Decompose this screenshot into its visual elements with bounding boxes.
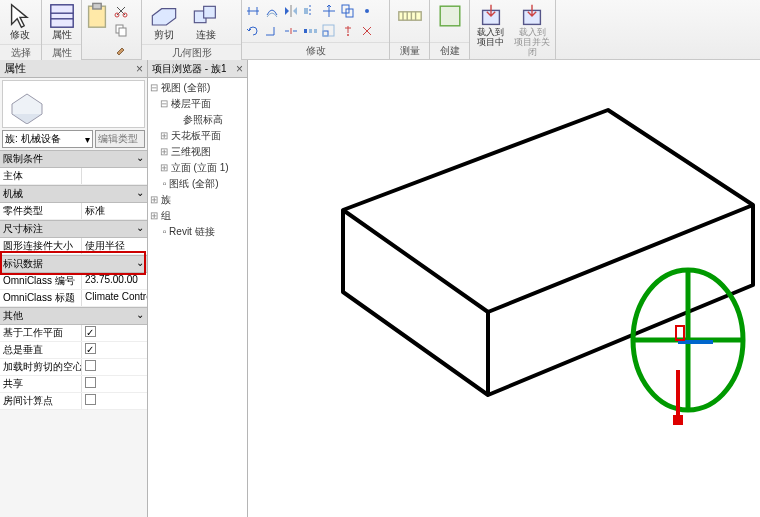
svg-rect-15 <box>304 29 307 33</box>
array-button[interactable] <box>301 22 319 40</box>
property-value[interactable] <box>82 359 147 375</box>
svg-rect-22 <box>440 6 460 26</box>
rotate-button[interactable] <box>244 22 262 40</box>
checkbox-icon[interactable] <box>85 377 96 388</box>
svg-rect-11 <box>304 8 308 14</box>
property-value[interactable]: ✓ <box>82 342 147 358</box>
property-row[interactable]: OmniClass 标题Climate Control ... <box>0 290 147 307</box>
property-row[interactable]: 总是垂直✓ <box>0 342 147 359</box>
property-row[interactable]: 基于工作平面✓ <box>0 325 147 342</box>
scale-button[interactable] <box>320 22 338 40</box>
join-geom-button[interactable]: 连接 <box>186 2 226 42</box>
property-row[interactable]: 房间计算点 <box>0 393 147 410</box>
property-value[interactable]: 使用半径 <box>82 238 147 254</box>
paste-button[interactable] <box>84 2 110 28</box>
svg-rect-21 <box>398 12 420 20</box>
tree-toggle-icon[interactable]: ⊞ <box>160 162 168 173</box>
checkbox-checked-icon[interactable]: ✓ <box>85 326 96 337</box>
property-value[interactable]: 标准 <box>82 203 147 219</box>
expand-icon[interactable]: ⌄ <box>136 309 144 323</box>
checkbox-checked-icon[interactable]: ✓ <box>85 343 96 354</box>
viewport[interactable] <box>248 60 760 517</box>
offset-button[interactable] <box>263 2 281 20</box>
property-value[interactable]: ✓ <box>82 325 147 341</box>
property-category[interactable]: 其他⌄ <box>0 307 147 325</box>
property-value[interactable] <box>82 168 147 184</box>
create-button[interactable] <box>432 2 467 28</box>
checkbox-icon[interactable] <box>85 360 96 371</box>
tree-branch[interactable]: ⊞ 三维视图 <box>150 144 245 160</box>
property-category[interactable]: 限制条件⌄ <box>0 150 147 168</box>
tree-toggle-icon[interactable]: ⊞ <box>150 194 158 205</box>
tree-branch[interactable]: ⊟ 楼层平面 <box>150 96 245 112</box>
tree-label: 天花板平面 <box>171 130 221 141</box>
mirror-icon <box>283 3 299 19</box>
tree-branch[interactable]: ⊞ 立面 (立面 1) <box>150 160 245 176</box>
tree-leaf[interactable]: ▫ 图纸 (全部) <box>150 176 245 192</box>
svg-rect-16 <box>309 29 312 33</box>
close-icon[interactable]: × <box>236 62 243 76</box>
expand-icon[interactable]: ⌄ <box>136 222 144 236</box>
property-value[interactable]: 23.75.00.00 <box>82 273 147 289</box>
match-button[interactable] <box>112 40 130 58</box>
property-row[interactable]: 共享 <box>0 376 147 393</box>
tree-leaf[interactable]: 参照标高 <box>150 112 245 128</box>
load-project-button[interactable]: 载入到 项目中 <box>472 2 510 48</box>
properties-button[interactable]: 属性 <box>44 2 79 42</box>
property-category[interactable]: 尺寸标注⌄ <box>0 220 147 238</box>
mirror-axis-button[interactable] <box>282 2 300 20</box>
tree-leaf[interactable]: ▫ Revit 链接 <box>150 224 245 240</box>
property-key: OmniClass 编号 <box>0 273 82 289</box>
extra1-button[interactable] <box>358 2 376 20</box>
checkbox-icon[interactable] <box>85 394 96 405</box>
edit-type-button[interactable]: 编辑类型 <box>95 130 145 148</box>
modify-button[interactable]: 修改 <box>2 2 38 42</box>
cut-button[interactable] <box>112 2 130 20</box>
property-category[interactable]: 标识数据⌄ <box>0 255 147 273</box>
tree-branch[interactable]: ⊞ 组 <box>150 208 245 224</box>
tree-label: 立面 (立面 1) <box>171 162 229 173</box>
close-icon[interactable]: × <box>136 62 143 76</box>
property-category[interactable]: 机械⌄ <box>0 185 147 203</box>
type-selector[interactable]: 族: 机械设备▾ <box>2 130 93 148</box>
tree-toggle-icon[interactable]: ⊞ <box>150 210 158 221</box>
tree-toggle-icon[interactable]: ⊟ <box>160 98 168 109</box>
tree-label: 组 <box>161 210 171 221</box>
tree-branch[interactable]: ⊞ 族 <box>150 192 245 208</box>
cross-icon <box>359 23 375 39</box>
category-label: 标识数据 <box>3 257 43 271</box>
measure-icon <box>396 4 424 28</box>
align-button[interactable] <box>244 2 262 20</box>
property-row[interactable]: 零件类型标准 <box>0 203 147 220</box>
tree-label: 三维视图 <box>171 146 211 157</box>
cut-geom-button[interactable]: 剪切 <box>144 2 184 42</box>
expand-icon[interactable]: ⌄ <box>136 257 144 271</box>
move-button[interactable] <box>320 2 338 20</box>
expand-icon[interactable]: ⌄ <box>136 152 144 166</box>
property-value[interactable] <box>82 376 147 392</box>
tree-branch[interactable]: ⊞ 天花板平面 <box>150 128 245 144</box>
copy-button[interactable] <box>112 21 130 39</box>
extra2-button[interactable] <box>358 22 376 40</box>
property-value[interactable]: Climate Control ... <box>82 290 147 306</box>
property-row[interactable]: 加载时剪切的空心 <box>0 359 147 376</box>
copy-elem-button[interactable] <box>339 2 357 20</box>
mirror-draw-button[interactable] <box>301 2 319 20</box>
panel-props-label: 属性 <box>42 44 81 61</box>
tree-toggle-icon[interactable]: ⊞ <box>160 130 168 141</box>
property-row[interactable]: OmniClass 编号23.75.00.00 <box>0 273 147 290</box>
load-close-button[interactable]: 载入到 项目并关闭 <box>512 2 553 58</box>
property-value[interactable] <box>82 393 147 409</box>
trim-button[interactable] <box>263 22 281 40</box>
expand-icon[interactable]: ⌄ <box>136 187 144 201</box>
pin-button[interactable] <box>339 22 357 40</box>
split-button[interactable] <box>282 22 300 40</box>
scale-icon <box>321 23 337 39</box>
tree-branch[interactable]: ⊟ 视图 (全部) <box>150 80 245 96</box>
measure-button[interactable] <box>392 2 427 28</box>
tree-toggle-icon[interactable]: ⊟ <box>150 82 158 93</box>
rotate-icon <box>245 23 261 39</box>
property-row[interactable]: 主体 <box>0 168 147 185</box>
tree-toggle-icon[interactable]: ⊞ <box>160 146 168 157</box>
property-row[interactable]: 圆形连接件大小使用半径 <box>0 238 147 255</box>
